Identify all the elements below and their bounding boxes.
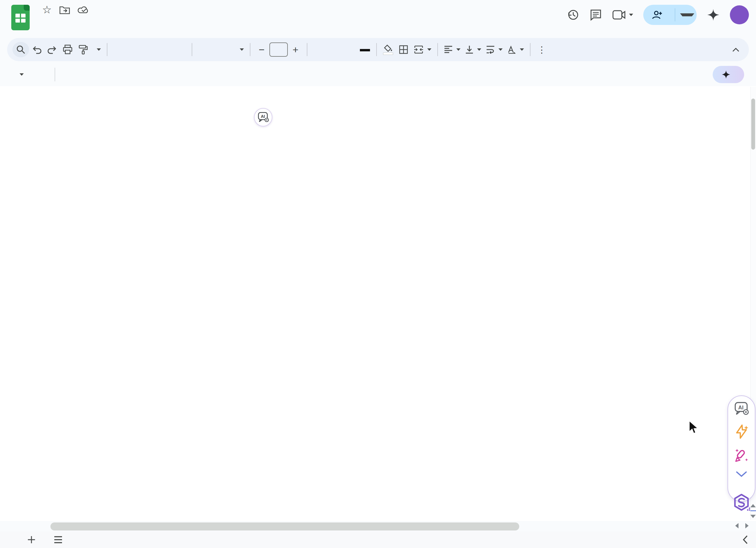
- formula-bar: [0, 63, 756, 86]
- more-toolbar-options-icon[interactable]: ⋮: [534, 42, 549, 57]
- italic-button[interactable]: [326, 42, 342, 57]
- horizontal-scrollbar-thumb[interactable]: [50, 522, 519, 530]
- share-dropdown-icon[interactable]: [680, 13, 694, 16]
- redo-icon[interactable]: [45, 42, 60, 57]
- panel-collapse-chevron-icon[interactable]: [735, 471, 748, 478]
- font-select[interactable]: [196, 48, 246, 51]
- summarise-table-button[interactable]: [713, 66, 744, 83]
- app-header: ☆: [0, 0, 756, 36]
- meet-video-icon[interactable]: [612, 9, 633, 20]
- gemini-sparkle-icon[interactable]: [707, 8, 720, 21]
- paint-format-icon[interactable]: [75, 42, 91, 57]
- all-sheets-icon[interactable]: [50, 531, 66, 548]
- zoom-select[interactable]: [91, 48, 103, 51]
- toolbar: − +: [7, 38, 749, 61]
- svg-text:AI: AI: [261, 114, 265, 119]
- search-icon[interactable]: [12, 42, 29, 57]
- google-sheets-window: ☆: [0, 0, 756, 548]
- extension-logo-icon[interactable]: [732, 493, 751, 512]
- sheets-logo-icon[interactable]: [11, 5, 30, 30]
- print-icon[interactable]: [60, 42, 75, 57]
- ai-chat-icon[interactable]: AI: [733, 401, 749, 416]
- decrease-font-size-button[interactable]: −: [254, 42, 269, 57]
- font-size-input[interactable]: [269, 42, 288, 57]
- currency-format-button[interactable]: [111, 42, 126, 57]
- mouse-cursor: [688, 420, 700, 434]
- text-wrap-button[interactable]: [484, 45, 505, 54]
- move-folder-icon[interactable]: [59, 5, 70, 14]
- name-box[interactable]: [0, 73, 50, 76]
- vertical-align-button[interactable]: [463, 45, 484, 54]
- magic-pen-icon[interactable]: [733, 447, 749, 463]
- sheet-grid[interactable]: [0, 87, 750, 520]
- add-sheet-icon[interactable]: [23, 531, 40, 548]
- increase-font-size-button[interactable]: +: [288, 42, 303, 57]
- scroll-left-icon[interactable]: [735, 523, 738, 528]
- vertical-scrollbar-thumb[interactable]: [751, 98, 755, 150]
- bold-button[interactable]: [311, 42, 326, 57]
- increase-decimal-button[interactable]: [157, 42, 173, 57]
- comments-icon[interactable]: [589, 8, 602, 21]
- more-formats-button[interactable]: [173, 42, 188, 57]
- version-history-icon[interactable]: [566, 8, 579, 21]
- star-icon[interactable]: ☆: [42, 4, 52, 16]
- undo-icon[interactable]: [29, 42, 45, 57]
- sheet-tab-bar: [0, 531, 756, 548]
- horizontal-align-button[interactable]: [441, 45, 463, 54]
- text-rotation-button[interactable]: [505, 45, 526, 54]
- scroll-down-icon[interactable]: [750, 515, 756, 518]
- borders-icon[interactable]: [396, 42, 411, 57]
- ai-cell-chip[interactable]: AI: [254, 108, 272, 126]
- scroll-up-icon[interactable]: [750, 504, 756, 507]
- collapse-panel-icon[interactable]: [742, 535, 748, 544]
- fill-color-button[interactable]: [380, 42, 396, 57]
- scroll-split-marker: [750, 510, 756, 511]
- merge-cells-button[interactable]: [411, 45, 434, 54]
- decrease-decimal-button[interactable]: [142, 42, 157, 57]
- generate-lightning-icon[interactable]: [734, 424, 749, 439]
- sparkle-icon: [722, 70, 730, 79]
- text-color-button[interactable]: [357, 42, 373, 57]
- ai-bubble-icon: AI: [257, 112, 269, 123]
- meet-dropdown-icon[interactable]: [629, 14, 633, 16]
- svg-text:AI: AI: [738, 405, 744, 411]
- collapse-toolbar-icon[interactable]: [728, 42, 744, 57]
- strikethrough-button[interactable]: [342, 42, 357, 57]
- share-split-divider: [675, 8, 675, 21]
- share-person-icon: [652, 10, 663, 20]
- share-button[interactable]: [643, 5, 697, 25]
- avatar[interactable]: [730, 5, 749, 24]
- ai-extension-panel: AI: [728, 396, 755, 502]
- scroll-right-icon[interactable]: [745, 523, 749, 528]
- percent-format-button[interactable]: [126, 42, 142, 57]
- cloud-status-icon[interactable]: [78, 5, 90, 14]
